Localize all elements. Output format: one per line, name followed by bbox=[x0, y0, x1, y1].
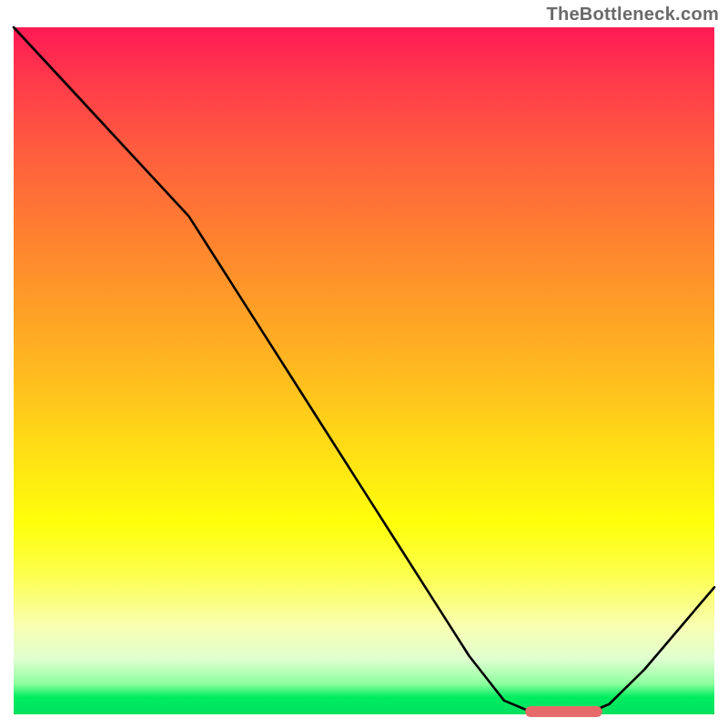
bottleneck-curve bbox=[14, 27, 714, 713]
attribution-text: TheBottleneck.com bbox=[546, 4, 719, 25]
optimal-range-marker bbox=[525, 706, 602, 717]
chart-svg bbox=[14, 27, 714, 714]
chart-plot-area bbox=[14, 27, 714, 714]
